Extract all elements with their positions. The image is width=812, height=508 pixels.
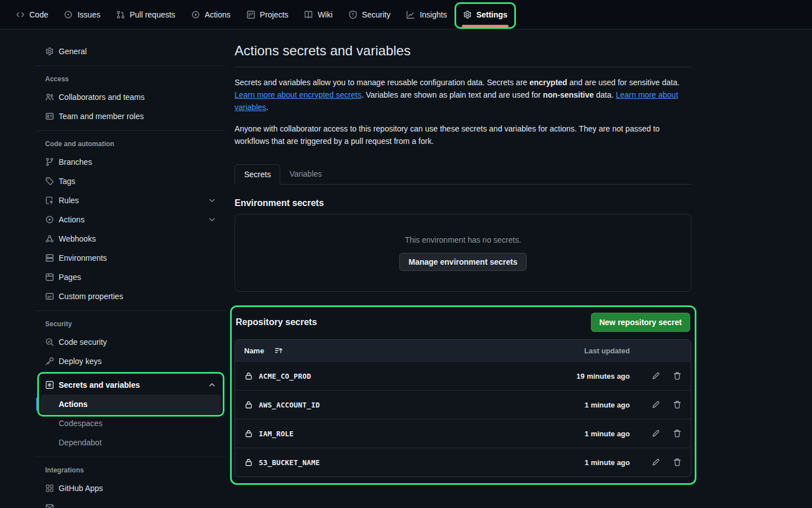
pencil-icon	[651, 371, 660, 380]
sidebar-item-label: Custom properties	[59, 292, 123, 301]
secrets-table: Name Last updated ACME_CO_PROD 19 minute…	[235, 339, 691, 477]
sidebar-item-collaborators[interactable]: Collaborators and teams	[41, 87, 221, 107]
sidebar-item-label: Actions	[59, 215, 85, 224]
nav-tab-security[interactable]: Security	[343, 0, 396, 29]
sidebar-item-secrets-and-variables[interactable]: Secrets and variables	[41, 375, 221, 395]
edit-secret-button[interactable]	[651, 400, 660, 409]
delete-secret-button[interactable]	[673, 429, 682, 438]
mail-icon	[45, 503, 54, 508]
chevron-up-icon	[208, 380, 217, 389]
nav-tab-label: Code	[29, 10, 48, 19]
sidebar-item-custom-properties[interactable]: Custom properties	[41, 287, 221, 306]
sidebar-item-rules[interactable]: Rules	[41, 191, 221, 210]
intro-bold: non-sensitive	[543, 90, 594, 99]
chevron-down-icon	[208, 196, 217, 205]
note-icon	[45, 292, 54, 301]
sidebar-item-label: Secrets and variables	[59, 380, 140, 389]
nav-tab-label: Pull requests	[130, 10, 175, 19]
lock-icon	[244, 371, 253, 380]
settings-sidebar: General Access Collaborators and teams T…	[36, 29, 226, 508]
asterisk-box-icon	[45, 380, 54, 389]
nav-tab-pull-requests[interactable]: Pull requests	[111, 0, 180, 29]
secret-updated: 19 minutes ago	[545, 372, 630, 380]
secret-updated: 1 minute ago	[545, 430, 630, 438]
nav-tab-actions[interactable]: Actions	[186, 0, 236, 29]
sidebar-item-label: Pages	[59, 273, 81, 282]
sidebar-item-branches[interactable]: Branches	[41, 152, 221, 172]
pencil-icon	[651, 429, 660, 438]
book-icon	[304, 10, 313, 19]
play-circle-icon	[45, 215, 54, 224]
sidebar-item-team-roles[interactable]: Team and member roles	[41, 107, 221, 126]
sidebar-item-environments[interactable]: Environments	[41, 248, 221, 268]
sidebar-item-code-security[interactable]: Code security	[41, 332, 221, 352]
sidebar-item-pages[interactable]: Pages	[41, 268, 221, 287]
sidebar-subitem-codespaces[interactable]: Codespaces	[41, 414, 221, 433]
environment-empty-text: This environment has no secrets.	[405, 235, 521, 244]
intro-text: . Variables are shown as plain text and …	[361, 90, 543, 99]
sidebar-item-label: Rules	[59, 196, 79, 205]
sidebar-item-partial[interactable]	[41, 498, 221, 508]
nav-tab-code[interactable]: Code	[11, 0, 53, 29]
sidebar-item-deploy-keys[interactable]: Deploy keys	[41, 352, 221, 371]
delete-secret-button[interactable]	[673, 371, 682, 380]
trash-icon	[673, 458, 682, 467]
sidebar-divider	[36, 65, 226, 66]
sidebar-item-label: Branches	[59, 157, 92, 167]
nav-tab-label: Security	[362, 10, 391, 19]
nav-tab-issues[interactable]: Issues	[59, 0, 105, 29]
link-encrypted-secrets[interactable]: Learn more about encrypted secrets	[235, 90, 361, 99]
sidebar-item-general[interactable]: General	[41, 42, 221, 61]
secret-name: AWS_ACCOUNT_ID	[259, 401, 320, 409]
nav-tab-projects[interactable]: Projects	[241, 0, 294, 29]
edit-secret-button[interactable]	[651, 371, 660, 380]
sidebar-item-label: Code security	[59, 338, 107, 347]
edit-secret-button[interactable]	[651, 429, 660, 438]
intro-bold: encrypted	[529, 78, 567, 87]
new-repository-secret-button[interactable]: New repository secret	[591, 313, 690, 332]
repository-secrets-section: Repository secrets New repository secret…	[230, 305, 696, 485]
lock-icon	[244, 458, 253, 467]
sidebar-section-code-automation: Code and automation	[36, 135, 226, 152]
git-pull-request-icon	[116, 10, 125, 19]
sidebar-item-actions[interactable]: Actions	[41, 210, 221, 229]
apps-grid-icon	[45, 484, 54, 493]
secret-updated: 1 minute ago	[545, 458, 630, 467]
manage-environment-secrets-button[interactable]: Manage environment secrets	[399, 253, 527, 271]
sidebar-item-label: Deploy keys	[59, 357, 102, 366]
secret-row: IAM_ROLE 1 minute ago	[235, 419, 691, 448]
sidebar-item-github-apps[interactable]: GitHub Apps	[41, 479, 221, 498]
sidebar-item-label: Team and member roles	[59, 112, 144, 121]
issue-opened-icon	[64, 10, 73, 19]
sidebar-divider	[36, 457, 226, 457]
sidebar-subitem-dependabot[interactable]: Dependabot	[41, 433, 221, 452]
sidebar-subitem-label: Actions	[59, 400, 87, 409]
delete-secret-button[interactable]	[673, 458, 682, 467]
nav-tab-settings[interactable]: Settings	[458, 0, 513, 29]
nav-tab-insights[interactable]: Insights	[401, 0, 452, 29]
sidebar-subitem-label: Dependabot	[59, 438, 102, 447]
server-icon	[45, 253, 54, 262]
environment-secrets-heading: Environment secrets	[235, 198, 691, 208]
tab-variables[interactable]: Variables	[280, 164, 330, 184]
sort-ascending-icon[interactable]	[274, 346, 283, 355]
sidebar-section-security: Security	[36, 316, 226, 332]
nav-tab-label: Wiki	[317, 10, 332, 19]
nav-tab-wiki[interactable]: Wiki	[299, 0, 337, 29]
secret-row: AWS_ACCOUNT_ID 1 minute ago	[235, 390, 691, 419]
nav-tab-label: Settings	[476, 10, 508, 19]
webhook-icon	[45, 234, 54, 243]
sidebar-item-tags[interactable]: Tags	[41, 172, 221, 191]
lock-icon	[244, 429, 253, 438]
column-header-name: Name	[244, 347, 264, 355]
delete-secret-button[interactable]	[673, 400, 682, 409]
page-title: Actions secrets and variables	[235, 43, 691, 67]
tab-secrets[interactable]: Secrets	[235, 164, 280, 185]
sidebar-item-webhooks[interactable]: Webhooks	[41, 229, 221, 248]
secret-row: ACME_CO_PROD 19 minutes ago	[235, 361, 691, 390]
sidebar-item-label: Tags	[59, 177, 76, 186]
edit-secret-button[interactable]	[651, 458, 660, 467]
secret-name: ACME_CO_PROD	[259, 372, 311, 380]
secrets-and-variables-group: Secrets and variables Actions	[36, 375, 226, 414]
sidebar-subitem-actions-selected[interactable]: Actions	[41, 395, 221, 414]
